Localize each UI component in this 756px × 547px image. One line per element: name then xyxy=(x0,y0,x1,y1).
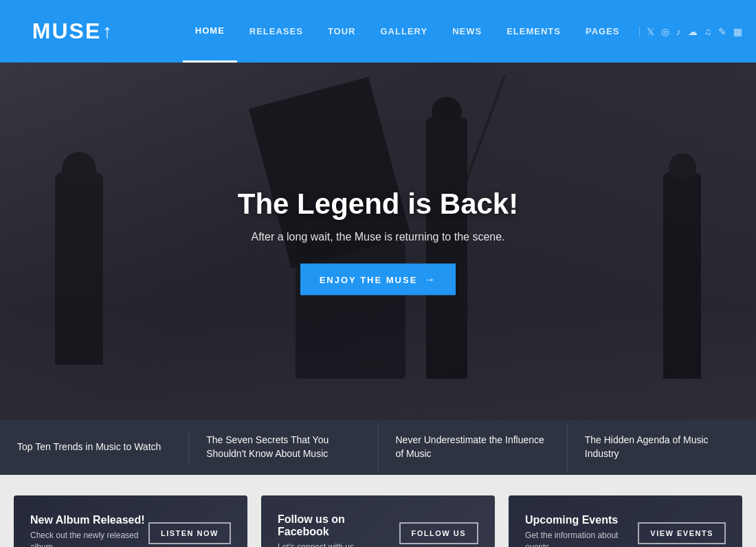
ticker-item-1[interactable]: Top Ten Trends in Music to Watch xyxy=(0,430,189,465)
chart-icon[interactable]: ▦ xyxy=(733,26,742,37)
logo-text: MUSE xyxy=(32,19,101,44)
nav-elements[interactable]: ELEMENTS xyxy=(494,0,573,63)
view-events-button[interactable]: VIEW EVENTS xyxy=(638,522,726,544)
card-1-desc: Check out the newly released album. xyxy=(30,530,148,547)
card-3-desc: Get the information about events. xyxy=(525,530,638,547)
listen-now-button[interactable]: LISTEN NOW xyxy=(148,522,231,544)
ticker-item-3[interactable]: Never Underestimate the Influence of Mus… xyxy=(379,423,568,471)
twitter-icon[interactable]: 𝕏 xyxy=(647,26,654,37)
card-2-title: Follow us on Facebook xyxy=(278,513,399,538)
hero-title: The Legend is Back! xyxy=(172,188,584,221)
nav-news[interactable]: NEWS xyxy=(440,0,494,63)
ticker-bar: Top Ten Trends in Music to Watch The Sev… xyxy=(0,420,756,475)
logo[interactable]: MUSE ↑ xyxy=(0,0,144,63)
nav-home[interactable]: HOME xyxy=(183,0,237,63)
social-icons-group: 𝕏 ◎ ♪ ☁ ♫ ✎ ▦ xyxy=(639,26,743,37)
card-3-content: Upcoming Events Get the information abou… xyxy=(525,514,638,547)
card-album: New Album Released! Check out the newly … xyxy=(14,495,247,547)
card-facebook: Follow us on Facebook Let's connect with… xyxy=(261,495,495,547)
bottom-cards-section: New Album Released! Check out the newly … xyxy=(0,475,756,547)
logo-icon: ↑ xyxy=(102,21,112,43)
card-1-content: New Album Released! Check out the newly … xyxy=(30,514,148,547)
nav-tour[interactable]: TOUR xyxy=(315,0,368,63)
nav-releases[interactable]: RELEASES xyxy=(237,0,315,63)
follow-us-button[interactable]: FOLLOW US xyxy=(399,522,479,544)
card-2-content: Follow us on Facebook Let's connect with… xyxy=(278,513,399,547)
hero-content: The Legend is Back! After a long wait, t… xyxy=(172,188,584,295)
instagram-icon[interactable]: ◎ xyxy=(661,26,669,37)
nav-pages[interactable]: PAGES xyxy=(573,0,632,63)
card-1-title: New Album Released! xyxy=(30,514,148,526)
arrow-right-icon: → xyxy=(424,274,436,286)
music-icon[interactable]: ♫ xyxy=(704,26,712,37)
card-2-desc: Let's connect with us. xyxy=(278,542,399,547)
ticker-item-4[interactable]: The Hidden Agenda of Music Industry xyxy=(568,423,756,471)
spotify-icon[interactable]: ♪ xyxy=(676,26,681,37)
hero-section: The Legend is Back! After a long wait, t… xyxy=(0,63,756,420)
edit-icon[interactable]: ✎ xyxy=(718,26,726,37)
hero-cta-button[interactable]: ENJOY THE MUSE → xyxy=(300,264,456,295)
main-nav: HOME RELEASES TOUR GALLERY NEWS ELEMENTS… xyxy=(144,0,756,63)
hero-cta-label: ENJOY THE MUSE xyxy=(320,274,418,284)
card-events: Upcoming Events Get the information abou… xyxy=(509,495,742,547)
soundcloud-icon[interactable]: ☁ xyxy=(688,26,698,37)
nav-gallery[interactable]: GALLERY xyxy=(368,0,441,63)
card-3-title: Upcoming Events xyxy=(525,514,638,526)
hero-subtitle: After a long wait, the Muse is returning… xyxy=(172,231,584,243)
ticker-item-2[interactable]: The Seven Secrets That You Shouldn't Kno… xyxy=(189,423,378,471)
